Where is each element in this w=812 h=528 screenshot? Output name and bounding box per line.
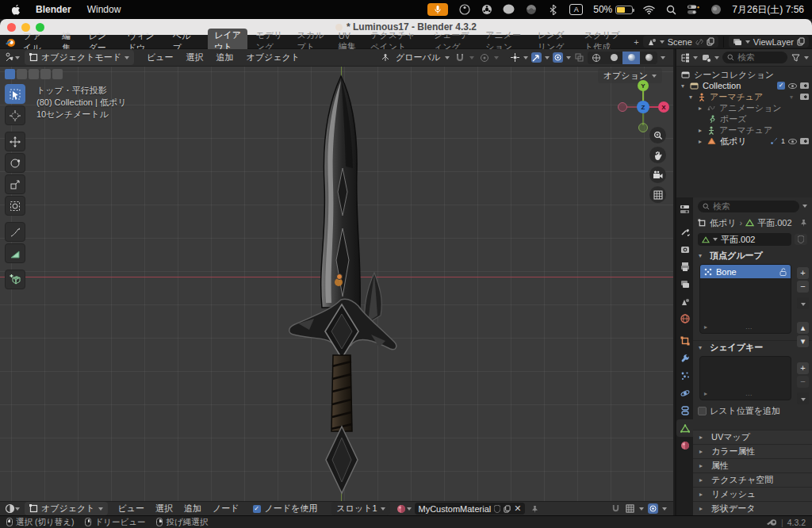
tool-cursor[interactable]	[5, 105, 25, 125]
control-center-icon[interactable]	[688, 4, 699, 16]
spotlight-search-icon[interactable]	[665, 4, 677, 16]
menubar-clock[interactable]: 7月26日(土) 7:56	[732, 3, 804, 17]
add-workspace-button[interactable]: +	[630, 36, 642, 48]
tab-view-layer[interactable]	[676, 275, 693, 293]
tab-tool[interactable]	[676, 223, 693, 240]
wifi-icon[interactable]	[643, 4, 655, 16]
bluetooth-icon[interactable]	[547, 4, 559, 16]
panel-color-attributes[interactable]: ▸カラー属性	[693, 444, 812, 458]
move-vertex-group-up-button[interactable]: ▴	[797, 322, 809, 334]
status-icon-obs[interactable]	[458, 4, 470, 16]
list-resize-grip-icon[interactable]: ⋯	[745, 325, 752, 332]
armature-hide-toggle-icon[interactable]: ▾	[790, 94, 797, 101]
list-filter-expand-icon[interactable]: ▸	[704, 323, 707, 331]
outliner-row-lowpoly-mesh[interactable]: ▸ 低ポリ 1	[676, 136, 812, 147]
hide-viewport-eye-icon[interactable]	[788, 83, 797, 89]
outliner-editor-dropdown-icon[interactable]	[693, 56, 698, 59]
tab-object-data[interactable]	[676, 419, 693, 437]
outliner-row-animation[interactable]: ▸ アニメーション	[676, 102, 812, 113]
outliner-search-input[interactable]: 検索	[722, 52, 787, 63]
viewport-menu-select[interactable]: 選択	[180, 52, 210, 63]
viewport-menu-object[interactable]: オブジェクト	[240, 52, 307, 63]
shader-mode-selector[interactable]: オブジェクト	[25, 502, 108, 515]
move-vertex-group-down-button[interactable]: ▾	[797, 335, 809, 347]
material-browse-icon[interactable]	[396, 503, 407, 514]
gizmos-dropdown-icon[interactable]	[523, 56, 528, 59]
shading-dropdown-icon[interactable]	[661, 56, 665, 59]
battery-indicator[interactable]: 50%	[593, 4, 633, 15]
shading-rendered-icon[interactable]	[640, 52, 657, 64]
show-gizmo-icon[interactable]	[531, 52, 542, 63]
vertex-group-item-bone[interactable]: Bone	[700, 265, 791, 278]
rest-position-checkbox[interactable]	[698, 407, 707, 415]
status-icon-line-app[interactable]	[503, 4, 515, 16]
microphone-indicator-icon[interactable]	[427, 3, 448, 16]
outliner-filter-dropdown-icon[interactable]	[804, 56, 809, 59]
menubar-window-menu[interactable]: Window	[87, 4, 121, 15]
tab-physics[interactable]	[676, 385, 693, 402]
panel-geometry-data[interactable]: ▸形状データ	[693, 501, 812, 515]
expand-caret-icon[interactable]: ▾	[689, 94, 696, 101]
material-slot-selector[interactable]: スロット1	[331, 502, 389, 515]
quick-icon-1[interactable]	[5, 69, 15, 79]
mode-selector[interactable]: オブジェクトモード	[25, 50, 134, 65]
collection-checkbox-icon[interactable]: ✓	[777, 82, 785, 90]
tool-rotate[interactable]	[5, 153, 25, 173]
input-source-indicator[interactable]: A	[569, 4, 583, 15]
scene-selector[interactable]: Scene	[643, 36, 718, 48]
editor-type-outliner-icon[interactable]	[680, 52, 690, 63]
status-icon-wheel[interactable]	[481, 4, 492, 16]
remove-shape-key-button[interactable]: −	[797, 376, 809, 388]
object-origin-point[interactable]	[336, 274, 343, 280]
new-view-layer-icon[interactable]	[797, 37, 805, 46]
vertex-group-specials-dropdown[interactable]	[797, 297, 809, 309]
shading-solid-icon[interactable]	[605, 52, 622, 64]
outliner-display-mode-icon[interactable]	[701, 52, 711, 63]
quick-icon-3[interactable]	[29, 69, 39, 79]
outliner-row-armature-data[interactable]: ▸ アーマチュア	[676, 124, 812, 136]
disable-render-camera-icon[interactable]	[800, 94, 809, 100]
tab-particles[interactable]	[676, 367, 693, 385]
material-fake-user-shield-icon[interactable]	[494, 505, 500, 513]
outliner-row-scene-collection[interactable]: シーンコレクション	[676, 69, 812, 80]
unlink-material-icon[interactable]: ✕	[514, 503, 521, 514]
shape-keys-list[interactable]: ▸ ⋯	[699, 356, 791, 400]
proportional-editing-icon[interactable]	[479, 52, 489, 63]
shader-grid-icon[interactable]	[625, 503, 635, 514]
gizmo-axis-y-negative[interactable]	[638, 123, 648, 132]
shading-wireframe-icon[interactable]	[588, 52, 605, 64]
apple-menu-icon[interactable]	[11, 4, 21, 16]
tool-add-cube[interactable]	[5, 270, 25, 289]
camera-view-icon[interactable]	[649, 166, 666, 183]
editor-type-properties-icon[interactable]	[676, 201, 693, 218]
show-gizmo-dropdown-icon[interactable]	[545, 56, 550, 59]
tab-object[interactable]	[676, 332, 693, 350]
3d-viewport[interactable]: トップ・平行投影 (80) Collection | 低ポリ 10センチメートル…	[0, 67, 673, 501]
breadcrumb-data-name[interactable]: 平面.002	[757, 217, 791, 229]
tab-render[interactable]	[676, 240, 693, 258]
viewport-menu-add[interactable]: 追加	[210, 52, 240, 63]
material-browse-dropdown-icon[interactable]	[407, 507, 412, 511]
shape-keys-panel-header[interactable]: ▾ シェイプキー	[693, 340, 812, 354]
tab-modifiers[interactable]	[676, 350, 693, 367]
vertex-groups-list[interactable]: Bone ▸ ⋯	[699, 264, 791, 334]
list-filter-expand-icon[interactable]: ▸	[704, 390, 707, 397]
tool-annotate[interactable]	[5, 222, 25, 242]
vertex-groups-panel-header[interactable]: ▾ 頂点グループ	[693, 248, 812, 262]
zoom-view-icon[interactable]	[649, 127, 666, 143]
collapsed-caret-icon[interactable]: ▸	[699, 105, 706, 112]
panel-remesh[interactable]: ▸リメッシュ	[693, 487, 812, 501]
siri-icon[interactable]	[710, 4, 722, 16]
status-icon-app[interactable]	[525, 4, 537, 16]
gizmo-axis-x-positive[interactable]: X	[658, 101, 669, 113]
lock-open-icon[interactable]	[779, 268, 787, 276]
quick-icon-2[interactable]	[17, 69, 27, 79]
panel-attributes[interactable]: ▸属性	[693, 458, 812, 473]
collapsed-caret-icon[interactable]: ▸	[699, 138, 706, 145]
snap-dropdown-icon[interactable]	[469, 56, 474, 59]
show-overlays-icon[interactable]	[553, 52, 563, 63]
tab-material[interactable]	[676, 437, 693, 454]
panel-texture-space[interactable]: ▸テクスチャ空間	[693, 473, 812, 487]
shader-editor-dropdown-icon[interactable]	[15, 507, 20, 511]
disable-render-camera-icon[interactable]	[800, 82, 809, 89]
